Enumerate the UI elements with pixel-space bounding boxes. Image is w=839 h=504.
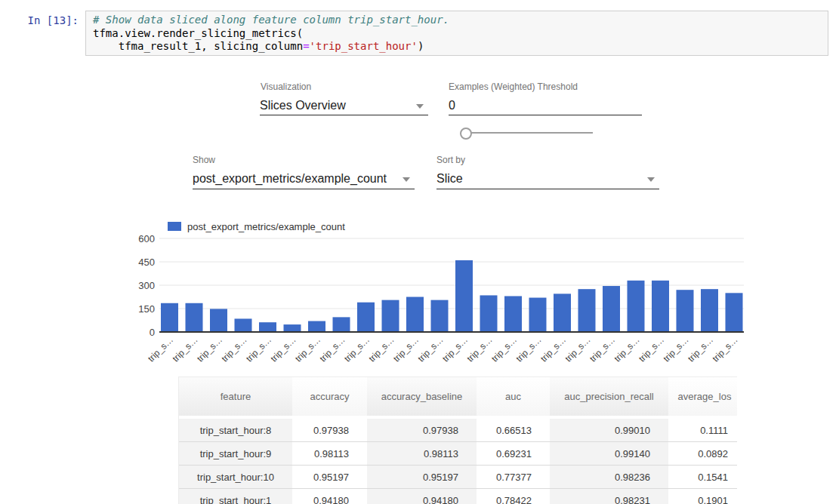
x-axis-label: trip_s… xyxy=(366,334,396,364)
chart-bar[interactable] xyxy=(357,303,375,332)
code-line: # Show data sliced along feature column … xyxy=(93,14,828,27)
metric-cell: 0.78422 xyxy=(477,488,550,504)
x-axis-label: trip_s… xyxy=(464,334,494,364)
threshold-value: 0 xyxy=(449,95,642,115)
visualization-dropdown[interactable]: Slices Overview xyxy=(260,95,428,115)
y-axis-tick-label: 0 xyxy=(150,327,155,338)
chart-bar[interactable] xyxy=(701,289,718,332)
x-axis-label: trip_s… xyxy=(612,334,641,364)
table-row: trip_start_hour:80.979380.979380.665130.… xyxy=(179,418,737,441)
x-axis-label: trip_s… xyxy=(440,334,470,364)
chevron-down-icon xyxy=(416,104,424,109)
column-header-accuracy_baseline[interactable]: accuracy_baseline xyxy=(367,377,477,418)
metric-cell: 0.99010 xyxy=(550,418,668,441)
x-axis-label: trip_s… xyxy=(563,334,592,364)
threshold-slider-track[interactable] xyxy=(470,132,593,134)
show-label: Show xyxy=(193,155,215,165)
x-axis-label: trip_s… xyxy=(342,334,372,364)
x-axis-label: trip_s… xyxy=(588,334,617,364)
x-axis-label: trip_s… xyxy=(146,334,175,364)
metric-cell: 0.98113 xyxy=(367,441,477,465)
metric-cell: 0.98231 xyxy=(550,488,668,504)
chart-bar[interactable] xyxy=(333,317,350,332)
x-axis-label: trip_s… xyxy=(268,334,298,364)
x-axis-label: trip_s… xyxy=(661,334,690,364)
x-axis-label: trip_s… xyxy=(415,334,445,364)
chart-bar[interactable] xyxy=(382,300,399,332)
feature-cell: trip_start_hour:8 xyxy=(179,418,292,441)
metric-cell: 0.95197 xyxy=(367,465,477,488)
sort-by-dropdown[interactable]: Slice xyxy=(436,168,659,189)
show-metric-value: post_export_metrics/example_count xyxy=(193,168,415,189)
chart-bar[interactable] xyxy=(480,295,498,332)
x-axis-label: trip_s… xyxy=(489,334,519,364)
metric-cell: 0.98236 xyxy=(550,465,668,488)
sort-by-label: Sort by xyxy=(436,155,465,165)
column-header-auc_precision_recall[interactable]: auc_precision_recall xyxy=(550,377,668,418)
table-header-row: featureaccuracyaccuracy_baselineaucauc_p… xyxy=(179,377,737,418)
chart-bar[interactable] xyxy=(677,290,694,332)
legend-swatch xyxy=(168,222,181,231)
table-row: trip_start_hour:90.981130.981130.692310.… xyxy=(179,441,737,465)
visualization-value: Slices Overview xyxy=(260,95,428,115)
chart-bar[interactable] xyxy=(284,324,301,332)
chart-bar[interactable] xyxy=(554,293,571,332)
metric-cell: 0.1541 xyxy=(668,465,737,488)
chart-bar[interactable] xyxy=(308,321,325,332)
table-row: trip_start_hour:10.941800.941800.784220.… xyxy=(179,488,737,504)
chart-bar[interactable] xyxy=(259,322,276,332)
x-axis-label: trip_s… xyxy=(637,334,666,364)
metric-cell: 0.95197 xyxy=(292,465,367,488)
x-axis-label: trip_s… xyxy=(317,334,347,364)
threshold-input[interactable]: 0 xyxy=(449,95,642,115)
chart-bar[interactable] xyxy=(628,281,645,332)
chart-bar[interactable] xyxy=(726,293,743,332)
chart-bar[interactable] xyxy=(431,300,449,332)
y-axis-tick-label: 150 xyxy=(138,303,155,315)
column-header-feature[interactable]: feature xyxy=(179,377,292,418)
x-axis-label: trip_s… xyxy=(219,334,248,364)
notebook-screen: In [13]: # Show data sliced along featur… xyxy=(0,0,839,504)
column-header-auc[interactable]: auc xyxy=(477,377,550,418)
threshold-label: Examples (Weighted) Threshold xyxy=(449,81,578,92)
x-axis-label: trip_s… xyxy=(293,334,322,364)
chart-bar[interactable] xyxy=(652,281,669,332)
chart-bar[interactable] xyxy=(186,303,203,332)
y-axis-tick-label: 600 xyxy=(138,233,155,244)
x-axis-label: trip_s… xyxy=(686,334,715,364)
y-axis-tick-label: 300 xyxy=(138,280,155,291)
chart-bar[interactable] xyxy=(406,297,424,333)
metric-cell: 0.97938 xyxy=(367,418,477,441)
show-metric-dropdown[interactable]: post_export_metrics/example_count xyxy=(193,168,415,189)
x-axis-label: trip_s… xyxy=(514,334,543,364)
x-axis-label: trip_s… xyxy=(170,334,199,364)
x-axis-label: trip_s… xyxy=(710,334,739,364)
y-axis-tick-label: 450 xyxy=(138,257,155,268)
slices-bar-chart[interactable]: post_export_metrics/example_count0150300… xyxy=(136,217,755,368)
chart-bar[interactable] xyxy=(504,296,522,332)
code-input-area[interactable]: # Show data sliced along feature column … xyxy=(85,11,828,56)
column-header-accuracy[interactable]: accuracy xyxy=(292,377,367,418)
metric-cell: 0.0892 xyxy=(668,441,737,465)
legend-label: post_export_metrics/example_count xyxy=(187,221,345,232)
chart-bar[interactable] xyxy=(210,309,227,332)
x-axis-label: trip_s… xyxy=(195,334,224,364)
threshold-slider-handle[interactable] xyxy=(460,128,472,140)
code-line: tfma.view.render_slicing_metrics( xyxy=(93,27,828,41)
metric-cell: 0.97938 xyxy=(292,418,367,441)
chart-bar[interactable] xyxy=(578,289,596,332)
chevron-down-icon xyxy=(403,177,410,182)
chevron-down-icon xyxy=(647,177,655,182)
chart-bar[interactable] xyxy=(529,298,547,332)
visualization-label: Visualization xyxy=(261,81,311,92)
chart-bar[interactable] xyxy=(161,303,178,332)
chart-bar[interactable] xyxy=(603,286,620,332)
cell-prompt: In [13]: xyxy=(0,14,79,26)
metrics-table: featureaccuracyaccuracy_baselineaucauc_p… xyxy=(178,376,737,504)
chart-bar[interactable] xyxy=(455,260,473,332)
x-axis-label: trip_s… xyxy=(244,334,273,364)
column-header-average_los[interactable]: average_los xyxy=(668,377,737,418)
x-axis-label: trip_s… xyxy=(391,334,421,364)
chart-bar[interactable] xyxy=(235,318,252,332)
metric-cell: 0.1901 xyxy=(668,488,737,504)
